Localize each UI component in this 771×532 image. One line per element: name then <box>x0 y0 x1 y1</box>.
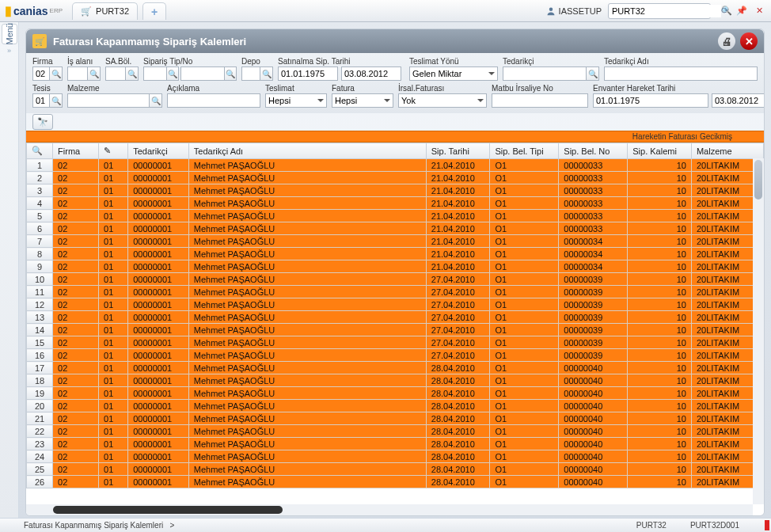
table-row[interactable]: 2020100000001Mehmet PAŞAOĞLU21.04.2010O1… <box>27 172 764 184</box>
input-envanter-to[interactable] <box>712 93 765 108</box>
cell-sip-tarihi: 27.04.2010 <box>426 286 490 298</box>
col-edit[interactable]: ✎ <box>99 143 128 159</box>
input-sabol[interactable] <box>105 66 126 81</box>
search-button[interactable]: 🔭 <box>32 114 53 130</box>
panel-close-button[interactable]: ✕ <box>740 32 758 50</box>
table-row[interactable]: 25020100000001Mehmet PAŞAOĞLU28.04.2010O… <box>27 463 764 476</box>
input-matbu-irsaliye-no[interactable] <box>492 93 588 108</box>
table-row[interactable]: 11020100000001Mehmet PAŞAOĞLU27.04.2010O… <box>27 286 764 298</box>
table-row[interactable]: 8020100000001Mehmet PAŞAOĞLU21.04.2010O1… <box>27 248 764 260</box>
lookup-is-alani[interactable]: 🔍 <box>88 66 101 81</box>
table-row[interactable]: 16020100000001Mehmet PAŞAOĞLU27.04.2010O… <box>27 349 764 362</box>
col-rownum[interactable]: 🔍 <box>27 143 53 159</box>
lookup-sabol[interactable]: 🔍 <box>126 66 139 81</box>
table-row[interactable]: 14020100000001Mehmet PAŞAOĞLU27.04.2010O… <box>27 324 764 336</box>
tab-purt32[interactable]: 🛒 PURT32 <box>72 2 138 20</box>
input-is-alani[interactable] <box>67 66 88 81</box>
print-button[interactable]: 🖨 <box>718 32 735 50</box>
col-sip-tarihi[interactable]: Sip. Tarihi <box>426 143 490 159</box>
input-malzeme[interactable] <box>67 93 150 108</box>
input-depo[interactable] <box>241 66 260 81</box>
refresh-icon[interactable]: ⟳ <box>717 4 731 18</box>
add-tab-button[interactable]: + <box>142 2 166 20</box>
cell-tedarikci-adi: Mehmet PAŞAOĞLU <box>188 349 426 362</box>
table-row[interactable]: 12020100000001Mehmet PAŞAOĞLU27.04.2010O… <box>27 298 764 311</box>
pin-icon[interactable]: 📌 <box>735 4 749 18</box>
cell-tedarikci-adi: Mehmet PAŞAOĞLU <box>188 438 426 450</box>
cell-sip-tarihi: 27.04.2010 <box>426 336 490 349</box>
table-row[interactable]: 24020100000001Mehmet PAŞAOĞLU28.04.2010O… <box>27 450 764 463</box>
lookup-tesis[interactable]: 🔍 <box>50 93 63 108</box>
cell-firma: 02 <box>53 172 99 184</box>
cell-sip-kalemi: 10 <box>628 425 692 438</box>
cell-tedarikci-adi: Mehmet PAŞAOĞLU <box>188 374 426 387</box>
select-teslimat-yonu[interactable] <box>409 66 498 81</box>
result-grid[interactable]: 🔍 Firma ✎ Tedarikçi Tedarikçi Adı Sip. T… <box>26 142 764 515</box>
table-row[interactable]: 26020100000001Mehmet PAŞAOĞLU28.04.2010O… <box>27 476 764 488</box>
table-row[interactable]: 17020100000001Mehmet PAŞAOĞLU28.04.2010O… <box>27 362 764 374</box>
table-row[interactable]: 20020100000001Mehmet PAŞAOĞLU28.04.2010O… <box>27 400 764 412</box>
table-row[interactable]: 6020100000001Mehmet PAŞAOĞLU21.04.2010O1… <box>27 222 764 235</box>
global-search-input[interactable] <box>612 5 721 17</box>
window-close-icon[interactable]: ✕ <box>752 4 766 18</box>
lookup-depo[interactable]: 🔍 <box>260 66 273 81</box>
cell-sip-bel-no: 00000033 <box>559 172 628 184</box>
global-search[interactable]: 🔍 <box>608 3 711 19</box>
table-row[interactable]: 3020100000001Mehmet PAŞAOĞLU21.04.2010O1… <box>27 184 764 197</box>
table-row[interactable]: 1020100000001Mehmet PAŞAOĞLU21.04.2010O1… <box>27 159 764 172</box>
menu-toggle[interactable]: Menü <box>2 24 17 44</box>
table-row[interactable]: 7020100000001Mehmet PAŞAOĞLU21.04.2010O1… <box>27 235 764 248</box>
table-row[interactable]: 9020100000001Mehmet PAŞAOĞLU21.04.2010O1… <box>27 260 764 273</box>
table-row[interactable]: 5020100000001Mehmet PAŞAOĞLU21.04.2010O1… <box>27 210 764 222</box>
cell-firma: 02 <box>53 210 99 222</box>
table-row[interactable]: 18020100000001Mehmet PAŞAOĞLU28.04.2010O… <box>27 374 764 387</box>
cell-sip-bel-no: 00000040 <box>559 476 628 488</box>
vertical-scrollbar[interactable] <box>753 158 764 504</box>
input-firma[interactable] <box>32 66 50 81</box>
col-sip-bel-tipi[interactable]: Sip. Bel. Tipi <box>490 143 559 159</box>
search-toolbar: 🔭 <box>26 113 764 131</box>
select-irsal-faturasi[interactable] <box>398 93 487 108</box>
input-tedarikci[interactable] <box>503 66 587 81</box>
input-sat-sip-to[interactable] <box>341 66 401 81</box>
table-row[interactable]: 15020100000001Mehmet PAŞAOĞLU27.04.2010O… <box>27 336 764 349</box>
cell-sip-tarihi: 28.04.2010 <box>426 374 490 387</box>
row-number: 24 <box>27 450 53 463</box>
col-tedarikci[interactable]: Tedarikçi <box>128 143 189 159</box>
table-row[interactable]: 19020100000001Mehmet PAŞAOĞLU28.04.2010O… <box>27 387 764 400</box>
user-indicator[interactable]: IASSETUP <box>546 6 602 16</box>
table-row[interactable]: 22020100000001Mehmet PAŞAOĞLU28.04.2010O… <box>27 425 764 438</box>
input-tedarikci-adi[interactable] <box>604 66 758 81</box>
table-row[interactable]: 13020100000001Mehmet PAŞAOĞLU27.04.2010O… <box>27 311 764 324</box>
input-aciklama[interactable] <box>167 93 260 108</box>
cell-edit: 01 <box>99 324 128 336</box>
row-number: 3 <box>27 184 53 197</box>
select-teslimat[interactable] <box>265 93 327 108</box>
input-tesis[interactable] <box>32 93 50 108</box>
table-row[interactable]: 21020100000001Mehmet PAŞAOĞLU28.04.2010O… <box>27 412 764 425</box>
status-code-1: PURT32 <box>636 521 667 530</box>
table-row[interactable]: 10020100000001Mehmet PAŞAOĞLU27.04.2010O… <box>27 273 764 286</box>
col-sip-bel-no[interactable]: Sip. Bel. No <box>559 143 628 159</box>
lookup-siparis-tip[interactable]: 🔍 <box>167 66 179 81</box>
lookup-tedarikci[interactable]: 🔍 <box>587 66 599 81</box>
select-fatura[interactable] <box>332 93 393 108</box>
input-siparis-no[interactable] <box>180 66 225 81</box>
input-sat-sip-from[interactable] <box>278 66 338 81</box>
vertical-scroll-thumb[interactable] <box>754 160 762 200</box>
horizontal-scroll-thumb[interactable] <box>53 506 283 514</box>
cell-sip-kalemi: 10 <box>628 222 692 235</box>
table-row[interactable]: 23020100000001Mehmet PAŞAOĞLU28.04.2010O… <box>27 438 764 450</box>
input-envanter-from[interactable] <box>593 93 708 108</box>
input-siparis-tip[interactable] <box>143 66 167 81</box>
horizontal-scrollbar[interactable] <box>26 504 753 515</box>
lookup-siparis-no[interactable]: 🔍 <box>225 66 237 81</box>
lookup-firma[interactable]: 🔍 <box>50 66 63 81</box>
col-sip-kalemi[interactable]: Sip. Kalemi <box>628 143 692 159</box>
col-tedarikci-adi[interactable]: Tedarikçi Adı <box>188 143 426 159</box>
side-menu[interactable]: Menü » <box>0 22 19 518</box>
lookup-malzeme[interactable]: 🔍 <box>150 93 162 108</box>
table-row[interactable]: 4020100000001Mehmet PAŞAOĞLU21.04.2010O1… <box>27 197 764 210</box>
col-firma[interactable]: Firma <box>53 143 99 159</box>
col-malzeme[interactable]: Malzeme <box>691 143 763 159</box>
